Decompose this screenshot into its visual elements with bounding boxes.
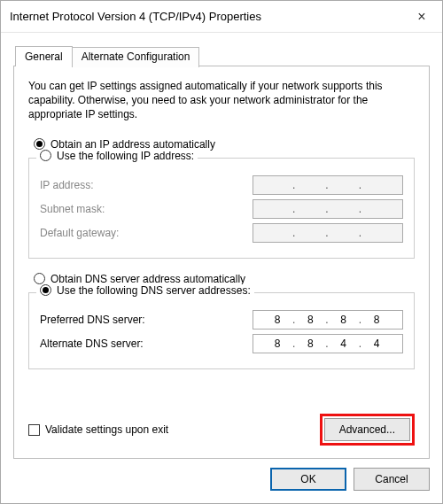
oct: 8 xyxy=(367,314,388,326)
dns-manual-radio-row[interactable]: Use the following DNS server addresses: xyxy=(36,284,254,297)
cancel-button[interactable]: Cancel xyxy=(354,468,430,491)
preferred-dns-input[interactable]: 8. 8. 8. 8 xyxy=(253,310,403,330)
bottom-row: Validate settings upon exit Advanced... xyxy=(28,414,415,446)
alternate-dns-row: Alternate DNS server: 8. 8. 4. 4 xyxy=(40,334,403,353)
oct: 8 xyxy=(300,337,322,350)
radio-icon xyxy=(40,284,51,296)
close-icon[interactable]: × xyxy=(401,1,442,33)
subnet-mask-row: Subnet mask: ... xyxy=(40,199,403,219)
ip-manual-label: Use the following IP address: xyxy=(57,150,194,162)
preferred-dns-row: Preferred DNS server: 8. 8. 8. 8 xyxy=(40,310,403,330)
ip-address-row: IP address: ... xyxy=(40,175,403,195)
tab-alternate-label: Alternate Configuration xyxy=(82,50,190,63)
advanced-highlight: Advanced... xyxy=(320,414,415,446)
radio-icon xyxy=(40,150,51,161)
alternate-dns-input[interactable]: 8. 8. 4. 4 xyxy=(253,334,403,353)
preferred-dns-label: Preferred DNS server: xyxy=(40,314,253,326)
tab-general[interactable]: General xyxy=(15,46,73,66)
advanced-button[interactable]: Advanced... xyxy=(324,418,410,441)
oct: 8 xyxy=(268,337,289,350)
radio-icon xyxy=(34,273,45,284)
tab-alternate[interactable]: Alternate Configuration xyxy=(72,47,200,67)
dns-auto-radio-row[interactable]: Obtain DNS server address automatically xyxy=(34,273,415,285)
ipv4-properties-dialog: Internet Protocol Version 4 (TCP/IPv4) P… xyxy=(0,0,443,504)
titlebar: Internet Protocol Version 4 (TCP/IPv4) P… xyxy=(1,1,442,33)
dialog-buttons: OK Cancel xyxy=(13,459,430,491)
dns-group: Use the following DNS server addresses: … xyxy=(28,292,415,369)
dns-auto-label: Obtain DNS server address automatically xyxy=(51,273,245,285)
tabs-container: General Alternate Configuration You can … xyxy=(13,45,430,459)
intro-text: You can get IP settings assigned automat… xyxy=(28,79,415,122)
ip-address-label: IP address: xyxy=(40,179,253,191)
ip-auto-radio-row[interactable]: Obtain an IP address automatically xyxy=(34,138,415,151)
advanced-button-label: Advanced... xyxy=(339,423,395,436)
tabstrip: General Alternate Configuration xyxy=(15,45,430,66)
oct: 8 xyxy=(334,314,355,326)
oct: 4 xyxy=(334,337,355,350)
oct: 4 xyxy=(367,337,388,350)
alternate-dns-label: Alternate DNS server: xyxy=(40,337,253,350)
checkbox-icon xyxy=(28,424,40,436)
default-gateway-input: ... xyxy=(253,223,403,243)
tab-general-label: General xyxy=(25,50,63,63)
default-gateway-label: Default gateway: xyxy=(40,227,253,239)
ip-address-input: ... xyxy=(253,175,403,195)
ip-auto-label: Obtain an IP address automatically xyxy=(51,138,215,151)
subnet-mask-input: ... xyxy=(253,199,403,219)
cancel-button-label: Cancel xyxy=(375,473,408,485)
ip-manual-radio-row[interactable]: Use the following IP address: xyxy=(36,150,198,162)
ok-button[interactable]: OK xyxy=(270,468,346,491)
ok-button-label: OK xyxy=(300,473,315,485)
validate-check-row[interactable]: Validate settings upon exit xyxy=(28,423,168,436)
window-title: Internet Protocol Version 4 (TCP/IPv4) P… xyxy=(1,10,401,23)
oct: 8 xyxy=(268,314,289,326)
ip-group: Use the following IP address: IP address… xyxy=(28,158,415,259)
tabpanel-general: You can get IP settings assigned automat… xyxy=(13,66,430,459)
radio-icon xyxy=(34,138,45,150)
default-gateway-row: Default gateway: ... xyxy=(40,223,403,243)
dns-manual-label: Use the following DNS server addresses: xyxy=(57,284,251,297)
validate-label: Validate settings upon exit xyxy=(45,423,168,436)
subnet-mask-label: Subnet mask: xyxy=(40,203,253,215)
oct: 8 xyxy=(300,314,322,326)
client-area: General Alternate Configuration You can … xyxy=(1,33,442,503)
